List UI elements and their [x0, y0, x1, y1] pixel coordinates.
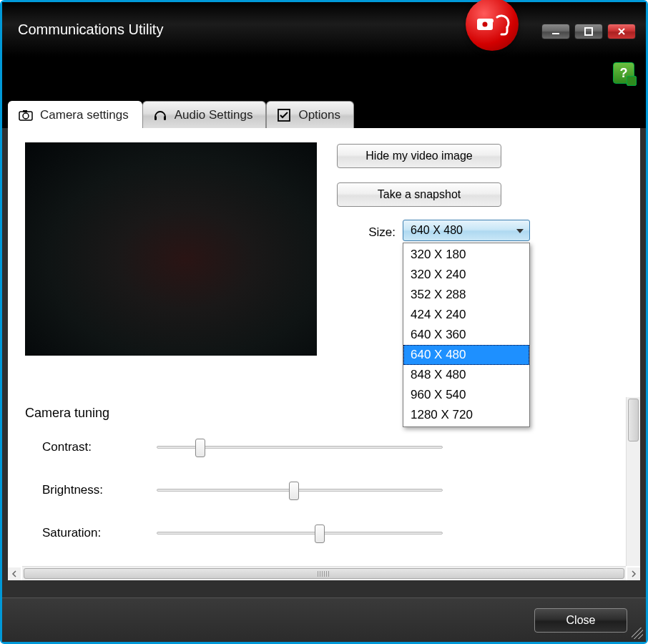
svg-rect-3: [552, 33, 559, 34]
brightness-slider[interactable]: [157, 489, 443, 492]
saturation-slider[interactable]: [157, 532, 443, 535]
scroll-right-arrow[interactable]: [627, 567, 640, 580]
size-option[interactable]: 424 X 240: [403, 305, 529, 325]
camera-headset-icon: [473, 6, 511, 43]
scroll-left-arrow[interactable]: [8, 567, 21, 580]
size-option[interactable]: 960 X 540: [403, 385, 529, 405]
main-panel: Hide my video image Take a snapshot Size…: [8, 128, 640, 580]
minimize-button[interactable]: [541, 24, 570, 39]
tab-audio-label: Audio Settings: [175, 108, 253, 122]
brightness-row: Brightness:: [42, 479, 586, 502]
camera-tuning-heading: Camera tuning: [25, 406, 109, 421]
tab-strip: ? Camera settings Audio Settings Options: [2, 57, 646, 128]
video-preview: [25, 142, 317, 356]
svg-rect-9: [164, 116, 166, 120]
size-option[interactable]: 640 X 360: [403, 325, 529, 345]
horizontal-scrollbar-thumb[interactable]: [24, 568, 624, 579]
size-label: Size:: [364, 225, 396, 240]
tab-audio-settings[interactable]: Audio Settings: [142, 101, 267, 128]
svg-point-6: [23, 113, 29, 119]
camera-icon: [19, 108, 33, 122]
footer-bar: Close: [2, 597, 646, 642]
svg-point-1: [481, 21, 489, 28]
svg-rect-4: [585, 28, 592, 35]
tab-options[interactable]: Options: [266, 101, 354, 128]
tab-camera-settings[interactable]: Camera settings: [8, 101, 142, 128]
headphones-icon: [153, 108, 167, 122]
brightness-label: Brightness:: [42, 483, 157, 497]
size-dropdown-list[interactable]: 320 X 180 320 X 240 352 X 288 424 X 240 …: [403, 243, 530, 427]
saturation-label: Saturation:: [42, 526, 157, 540]
size-combobox[interactable]: 640 X 480: [403, 220, 530, 241]
help-icon[interactable]: ?: [613, 62, 634, 84]
svg-rect-7: [23, 110, 27, 112]
contrast-slider[interactable]: [157, 446, 443, 449]
contrast-slider-thumb[interactable]: [195, 439, 205, 457]
app-window: Communications Utility ?: [0, 0, 648, 644]
svg-point-2: [491, 20, 493, 22]
close-button[interactable]: Close: [534, 608, 627, 633]
take-snapshot-button[interactable]: Take a snapshot: [337, 182, 501, 207]
size-option[interactable]: 848 X 480: [403, 365, 529, 385]
window-title: Communications Utility: [2, 21, 163, 38]
maximize-button[interactable]: [574, 24, 603, 39]
window-controls: [541, 24, 636, 39]
hide-video-button[interactable]: Hide my video image: [337, 144, 501, 168]
checkbox-icon: [277, 108, 291, 122]
window-close-button[interactable]: [607, 24, 636, 39]
size-selected-value: 640 X 480: [411, 224, 463, 237]
saturation-slider-thumb[interactable]: [315, 525, 325, 543]
horizontal-scrollbar[interactable]: [22, 566, 626, 580]
tab-options-label: Options: [298, 108, 340, 122]
tabs: Camera settings Audio Settings Options: [8, 101, 354, 128]
size-option[interactable]: 1280 X 720: [403, 405, 529, 425]
app-logo-badge: [466, 0, 519, 51]
vertical-scrollbar-thumb[interactable]: [628, 399, 639, 441]
size-option[interactable]: 320 X 240: [403, 265, 529, 285]
saturation-row: Saturation:: [42, 522, 586, 545]
size-option[interactable]: 352 X 288: [403, 285, 529, 305]
brightness-slider-thumb[interactable]: [289, 482, 299, 500]
contrast-label: Contrast:: [42, 440, 157, 454]
size-option-selected[interactable]: 640 X 480: [403, 345, 529, 365]
contrast-row: Contrast:: [42, 436, 586, 459]
svg-rect-8: [154, 116, 157, 120]
vertical-scrollbar[interactable]: [626, 397, 640, 566]
tab-camera-label: Camera settings: [40, 108, 129, 122]
resize-grip[interactable]: [632, 628, 643, 639]
size-option[interactable]: 320 X 180: [403, 245, 529, 265]
